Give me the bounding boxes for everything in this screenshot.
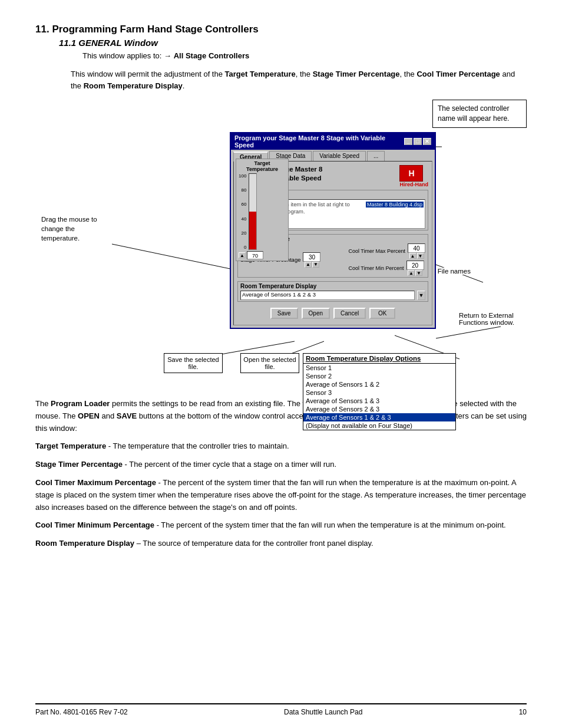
- save-button[interactable]: Save: [270, 308, 298, 319]
- rto-avg23: Average of Sensors 2 & 3: [303, 405, 455, 413]
- cool-timer-min-down[interactable]: ▼: [415, 270, 422, 276]
- open-button[interactable]: Open: [302, 308, 330, 319]
- hired-hand-logo-area: H Hired-Hand: [399, 165, 428, 187]
- annotation-save: Save the selected file.: [164, 353, 223, 373]
- cool-timer-max-spinbox[interactable]: 40 ▲ ▼: [408, 243, 425, 259]
- rto-avg123[interactable]: Average of Sensors 1 & 2 & 3: [303, 413, 455, 421]
- slider-fill: [249, 212, 256, 249]
- cool-timer-min-row: Cool Timer Min Percent 20 ▲ ▼: [348, 261, 425, 276]
- cool-timer-col: Cool Timer Max Percent 40 ▲ ▼: [348, 243, 425, 276]
- dialog-titlebar: Program your Stage Master 8 Stage with V…: [231, 133, 435, 150]
- body-para-stage-timer: Stage Timer Percentage - The percent of …: [35, 459, 527, 471]
- cool-timer-max-row: Cool Timer Max Percent 40 ▲ ▼: [348, 243, 425, 259]
- rto-sensor1: Sensor 1: [303, 364, 455, 372]
- body-para-cool-min: Cool Timer Minimum Percentage - The perc…: [35, 519, 527, 532]
- slider-spinbox-up[interactable]: ▲: [239, 252, 246, 258]
- target-temp-slider-area: Target Temperature 100 80 60 40 20 0: [236, 159, 289, 261]
- rto-sensor2: Sensor 2: [303, 372, 455, 380]
- cool-timer-max-up[interactable]: ▲: [409, 253, 416, 259]
- body-para-room-temp: Room Temperature Display – The source of…: [35, 538, 527, 550]
- hh-label: Hired-Hand: [399, 182, 428, 187]
- applies-to: This window applies to: → All Stage Cont…: [82, 51, 527, 60]
- spinbox-up[interactable]: ▲: [305, 262, 312, 268]
- cool-timer-min-spinbox[interactable]: 20 ▲ ▼: [406, 261, 424, 276]
- subsection-title: 11.1 GENERAL Window: [59, 38, 527, 48]
- rto-sensor3: Sensor 3: [303, 388, 455, 397]
- cancel-button[interactable]: Cancel: [333, 308, 366, 319]
- cool-timer-max-arrows: ▲ ▼: [409, 253, 424, 259]
- diagram-area: The selected controller name will appear…: [35, 100, 527, 388]
- file-entry: Master 8 Building 4.dsp: [366, 201, 424, 227]
- section-title: 11. Programming Farm Hand Stage Controll…: [35, 24, 527, 35]
- spinbox-arrows: ▲ ▼: [305, 262, 319, 268]
- stage-timer-spinbox[interactable]: 30 ▲ ▼: [303, 252, 320, 268]
- annotation-open: Open the selected file.: [240, 353, 299, 373]
- slider-with-ticks: 100 80 60 40 20 0: [239, 173, 286, 250]
- body-para-cool-max: Cool Timer Maximum Percentage - The perc…: [35, 477, 527, 513]
- rto-avg12: Average of Sensors 1 & 2: [303, 380, 455, 388]
- minimize-button[interactable]: _: [404, 138, 412, 145]
- dropdown-arrow-icon[interactable]: ▼: [417, 291, 425, 300]
- room-temp-dropdown-row: Average of Sensors 1 & 2 & 3 ▼: [240, 291, 425, 300]
- footer-left: Part No. 4801-0165 Rev 7-02: [35, 708, 128, 716]
- tab-more[interactable]: ...: [367, 151, 385, 161]
- room-temp-options-box: Room Temperature Display Options Sensor …: [303, 353, 456, 430]
- target-temp-label: Target Temperature: [239, 160, 286, 172]
- annotation-drag: Drag the mouse to change the temperature…: [41, 215, 112, 243]
- page: 11. Programming Farm Hand Stage Controll…: [0, 0, 562, 728]
- rto-avg13: Average of Sensors 1 & 3: [303, 397, 455, 405]
- cool-timer-min-up[interactable]: ▲: [408, 270, 415, 276]
- dialog-buttons: Save Open Cancel OK: [237, 305, 428, 321]
- footer: Part No. 4801-0165 Rev 7-02 Data Shuttle…: [35, 703, 527, 716]
- cool-timer-max-down[interactable]: ▼: [417, 253, 424, 259]
- room-temp-dropdown[interactable]: Average of Sensors 1 & 2 & 3: [240, 291, 415, 300]
- intro-paragraph: This window will permit the adjustment o…: [71, 68, 527, 91]
- footer-center: Data Shuttle Launch Pad: [284, 708, 362, 716]
- callout-controller-name: The selected controller name will appear…: [432, 100, 527, 128]
- room-temp-group: Room Temperature Display Average of Sens…: [237, 281, 428, 302]
- annotation-return: Return to External Functions window.: [459, 312, 524, 326]
- spinbox-down[interactable]: ▼: [312, 262, 319, 268]
- close-button[interactable]: ✕: [423, 138, 431, 145]
- slider-value: 70: [247, 251, 263, 259]
- slider-value-row: ▲ 70: [239, 251, 286, 259]
- annotation-file-names: File names: [438, 268, 471, 275]
- hh-logo: H: [399, 165, 423, 182]
- ok-button[interactable]: OK: [369, 308, 395, 319]
- svg-line-5: [436, 327, 501, 338]
- maximize-button[interactable]: □: [414, 138, 422, 145]
- tab-variable-speed[interactable]: Variable Speed: [313, 151, 366, 161]
- slider-ticks: 100 80 60 40 20 0: [239, 173, 246, 250]
- footer-right: 10: [519, 708, 527, 716]
- cool-timer-min-arrows: ▲ ▼: [408, 270, 422, 276]
- slider-track[interactable]: [249, 173, 257, 250]
- titlebar-buttons: _ □ ✕: [404, 138, 431, 145]
- rto-title: Room Temperature Display Options: [303, 354, 455, 364]
- body-para-target-temp: Target Temperature - The temperature tha…: [35, 440, 527, 453]
- svg-line-1: [112, 244, 239, 271]
- rto-four-stage-note: (Display not available on Four Stage): [303, 421, 455, 430]
